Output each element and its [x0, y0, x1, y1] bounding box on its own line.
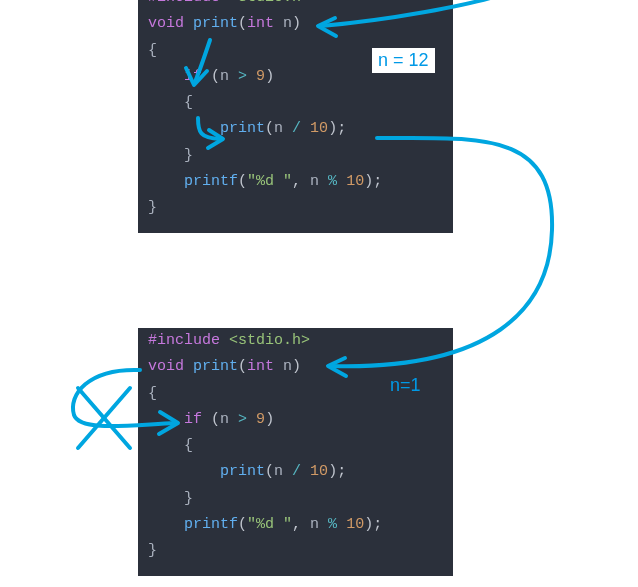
- code-block-2-content: #include <stdio.h> void print(int n) { i…: [138, 328, 453, 568]
- code-text: int: [247, 15, 274, 32]
- code-text: int: [247, 358, 274, 375]
- annotation-n1: n=1: [384, 373, 427, 398]
- code-text: }: [184, 147, 193, 164]
- code-text: <stdio.h>: [229, 0, 310, 6]
- code-block-1: #include <stdio.h> void print(int n) { i…: [138, 0, 453, 233]
- code-text: /: [292, 120, 301, 137]
- code-text: {: [184, 437, 193, 454]
- code-text: 9: [256, 411, 265, 428]
- code-text: n: [220, 68, 229, 85]
- code-text: #include: [148, 0, 220, 6]
- code-text: {: [184, 94, 193, 111]
- code-text: 10: [310, 120, 328, 137]
- code-text: print: [220, 463, 265, 480]
- code-text: /: [292, 463, 301, 480]
- code-text: n: [283, 358, 292, 375]
- code-text: >: [238, 411, 247, 428]
- code-text: print: [193, 15, 238, 32]
- code-text: 10: [346, 516, 364, 533]
- code-text: n: [274, 120, 283, 137]
- code-text: {: [148, 42, 157, 59]
- code-text: }: [184, 490, 193, 507]
- code-text: void: [148, 358, 184, 375]
- code-text: print: [193, 358, 238, 375]
- code-text: printf: [184, 173, 238, 190]
- code-text: 10: [346, 173, 364, 190]
- code-text: n: [283, 15, 292, 32]
- code-text: %: [328, 516, 337, 533]
- code-text: n: [220, 411, 229, 428]
- code-text: void: [148, 15, 184, 32]
- code-text: "%d ": [247, 173, 292, 190]
- x-mark-stroke-2: [78, 388, 130, 448]
- code-block-2: #include <stdio.h> void print(int n) { i…: [138, 328, 453, 576]
- code-text: #include: [148, 332, 220, 349]
- annotation-n12: n = 12: [372, 48, 435, 73]
- x-mark-stroke-1: [78, 388, 130, 448]
- code-block-1-content: #include <stdio.h> void print(int n) { i…: [138, 0, 453, 225]
- code-text: }: [148, 199, 157, 216]
- code-text: %: [328, 173, 337, 190]
- code-text: n: [274, 463, 283, 480]
- code-text: n: [310, 516, 319, 533]
- code-text: 9: [256, 68, 265, 85]
- code-text: {: [148, 385, 157, 402]
- code-text: printf: [184, 516, 238, 533]
- diagram-canvas: #include <stdio.h> void print(int n) { i…: [0, 0, 638, 587]
- code-text: print: [220, 120, 265, 137]
- code-text: if: [184, 411, 202, 428]
- code-text: n: [310, 173, 319, 190]
- code-text: >: [238, 68, 247, 85]
- code-text: }: [148, 542, 157, 559]
- code-text: <stdio.h>: [229, 332, 310, 349]
- code-text: 10: [310, 463, 328, 480]
- code-text: "%d ": [247, 516, 292, 533]
- code-text: if: [184, 68, 202, 85]
